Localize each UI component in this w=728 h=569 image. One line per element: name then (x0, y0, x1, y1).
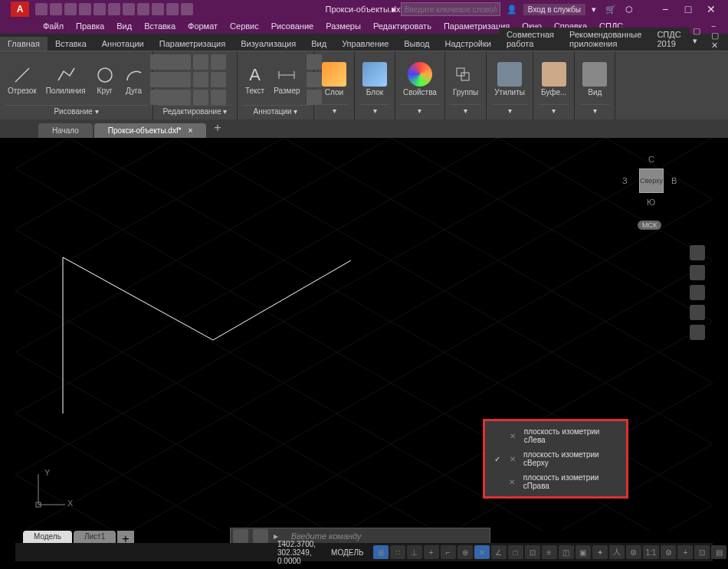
tab-addins[interactable]: Надстройки (438, 37, 499, 51)
offset-icon[interactable] (211, 90, 226, 105)
fullnav-icon[interactable] (690, 245, 705, 260)
tab-visualize[interactable]: Визуализация (233, 37, 303, 51)
ctx-isoplane-right[interactable]: ✕ плоскость изометрии сПрава (485, 470, 626, 493)
tab-view[interactable]: Вид (303, 37, 334, 51)
menu-draw[interactable]: Рисование (265, 20, 320, 32)
exchange-icon[interactable]: ▾ (592, 5, 596, 15)
ctx-isoplane-left[interactable]: ✕ плоскость изометрии сЛева (485, 424, 626, 447)
dimension-button[interactable]: Размер (271, 64, 303, 96)
polar-toggle-icon[interactable]: ⊕ (457, 545, 473, 559)
line-button[interactable]: Отрезок (5, 64, 40, 96)
view-button[interactable]: Вид (579, 60, 610, 98)
annomon-icon[interactable]: + (677, 545, 693, 559)
mirror-icon[interactable] (175, 72, 191, 87)
trim-icon[interactable] (193, 54, 208, 70)
groups-button[interactable]: Группы (450, 60, 481, 98)
polyline-button[interactable]: Полилиния (43, 64, 89, 96)
selection-icon[interactable]: ▣ (576, 545, 591, 559)
panel-groups-dd[interactable]: ▾ (450, 104, 481, 116)
qat-btn-icon[interactable] (152, 3, 164, 15)
qat-saveas-icon[interactable] (79, 3, 91, 15)
qat-btn-icon[interactable] (166, 3, 179, 15)
panel-view-dd[interactable]: ▾ (579, 104, 610, 116)
wcs-label[interactable]: МСК (638, 221, 661, 230)
qat-btn-icon[interactable] (137, 3, 149, 15)
panel-props-dd[interactable]: ▾ (400, 104, 440, 116)
qat-redo-icon[interactable] (123, 3, 135, 15)
gizmo-icon[interactable]: ✦ (592, 545, 608, 559)
panel-modify-title[interactable]: Редактирование ▾ (158, 105, 232, 117)
qat-save-icon[interactable] (64, 3, 77, 15)
rotate-icon[interactable] (175, 54, 191, 70)
workspace-icon[interactable]: ⚙ (661, 545, 676, 559)
anno-visibility-icon[interactable]: ⚙ (626, 545, 641, 559)
copy-icon[interactable] (158, 72, 173, 87)
grid-toggle-icon[interactable]: ⊞ (373, 545, 389, 559)
qat-dropdown-icon[interactable] (181, 3, 193, 15)
panel-draw-title[interactable]: Рисование ▾ (5, 105, 148, 117)
status-space[interactable]: МОДЕЛЬ (325, 548, 369, 557)
block-button[interactable]: Блок (359, 60, 390, 98)
tab-insert[interactable]: Вставка (48, 37, 94, 51)
units-icon[interactable]: ⊡ (694, 545, 710, 559)
menu-tools[interactable]: Сервис (224, 20, 265, 32)
clipboard-button[interactable]: Буфе... (538, 60, 569, 98)
quickprops-icon[interactable]: ▤ (711, 545, 726, 559)
viewcube-north[interactable]: С (648, 155, 654, 164)
infer-toggle-icon[interactable]: ⊥ (407, 545, 422, 559)
ribbon-minimize-icon[interactable]: ▢ ▾ (690, 26, 703, 46)
explode-icon[interactable] (211, 72, 226, 87)
move-icon[interactable] (158, 54, 173, 70)
fillet-icon[interactable] (193, 72, 208, 87)
menu-dimension[interactable]: Размеры (320, 20, 367, 32)
login-button[interactable]: Вход в службы (523, 4, 585, 15)
infocenter-icon[interactable]: 👤 (507, 5, 517, 15)
orbit-icon[interactable] (690, 305, 705, 320)
ctx-isoplane-top[interactable]: ✓ ✕ плоскость изометрии сВерху (485, 447, 626, 470)
tab-add-button[interactable]: + (208, 118, 227, 138)
tab-start[interactable]: Начало (38, 123, 93, 138)
viewcube-south[interactable]: Ю (647, 198, 655, 207)
osnap-toggle-icon[interactable]: ∠ (491, 545, 507, 559)
menu-insert[interactable]: Вставка (138, 20, 182, 32)
tab-output[interactable]: Вывод (396, 37, 437, 51)
text-button[interactable]: AТекст (242, 64, 267, 96)
menu-edit[interactable]: Правка (70, 20, 110, 32)
scale-icon[interactable] (175, 90, 191, 105)
lineweight-icon[interactable]: ≡ (542, 545, 557, 559)
array-icon[interactable] (193, 90, 208, 105)
tab-parametric[interactable]: Параметризация (152, 37, 233, 51)
tab-spds[interactable]: СПДС 2019 (649, 28, 690, 51)
qat-open-icon[interactable] (50, 3, 62, 15)
panel-annot-title[interactable]: Аннотации ▾ (242, 105, 309, 117)
menu-view[interactable]: Вид (110, 20, 138, 32)
cmd-history-icon[interactable] (233, 529, 248, 543)
arc-button[interactable]: Дуга (121, 64, 147, 96)
layers-button[interactable]: Слои (319, 60, 349, 98)
transparency-icon[interactable]: ◫ (559, 545, 574, 559)
viewcube-top[interactable]: Сверху (639, 168, 664, 193)
qat-print-icon[interactable] (93, 3, 106, 15)
tab-manage[interactable]: Управление (334, 37, 396, 51)
properties-button[interactable]: Свойства (400, 60, 440, 98)
tab-annotate[interactable]: Аннотации (94, 37, 152, 51)
menu-file[interactable]: Файл (37, 20, 70, 32)
viewcube-west[interactable]: З (622, 176, 628, 185)
tab-featured[interactable]: Рекомендованные приложения (562, 28, 649, 51)
tab-home[interactable]: Главная (0, 37, 48, 51)
viewcube-east[interactable]: В (671, 176, 677, 185)
tab-collaborate[interactable]: Совместная работа (499, 28, 562, 51)
utilities-button[interactable]: Утилиты (491, 60, 528, 98)
cart-icon[interactable]: 🛒 (605, 5, 616, 15)
showmotion-icon[interactable] (690, 325, 705, 340)
isoplane-toggle-icon[interactable]: ✕ (474, 545, 490, 559)
app-icon[interactable]: A (11, 2, 29, 17)
close-button[interactable]: ✕ (700, 2, 722, 16)
panel-buffer-dd[interactable]: ▾ (538, 104, 569, 116)
circle-button[interactable]: Круг (92, 64, 118, 96)
drawing-canvas[interactable]: С З Сверху В Ю МСК Y X ✕ плоскость изоме… (15, 138, 713, 531)
maximize-button[interactable]: □ (677, 2, 699, 16)
a360-icon[interactable]: ⬡ (625, 5, 633, 15)
status-coordinates[interactable]: 1402.3700, 302.3249, 0.0000 (268, 540, 325, 565)
otrack-toggle-icon[interactable]: □ (508, 545, 523, 559)
